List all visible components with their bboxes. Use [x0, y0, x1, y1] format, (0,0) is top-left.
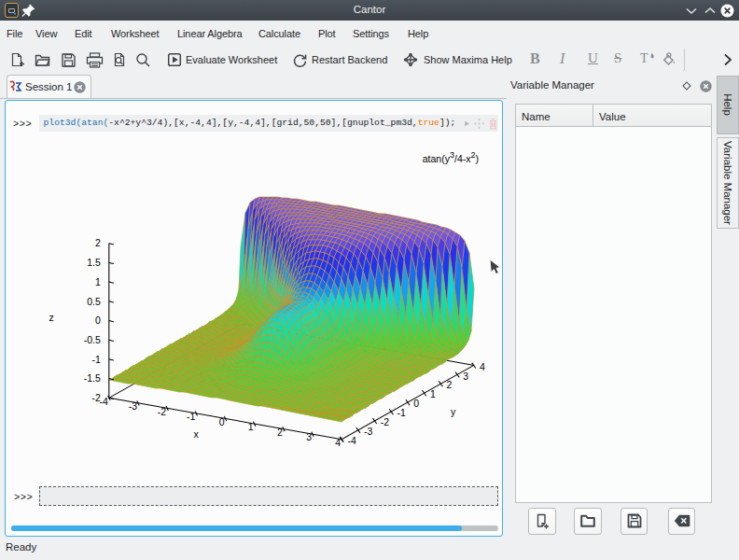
svg-text:-4: -4 — [347, 435, 356, 446]
svg-text:-2: -2 — [91, 392, 100, 403]
svg-text:x: x — [193, 428, 199, 440]
svg-text:3: 3 — [306, 431, 312, 442]
svg-text:-2: -2 — [381, 416, 389, 427]
svg-text:0: 0 — [219, 416, 225, 427]
svg-text:z: z — [49, 312, 53, 323]
svg-text:-3: -3 — [129, 400, 137, 412]
svg-text:atan(y3/4-x2): atan(y3/4-x2) — [423, 150, 479, 164]
svg-text:4: 4 — [335, 437, 341, 448]
svg-text:2: 2 — [277, 427, 283, 438]
svg-text:1: 1 — [248, 421, 254, 432]
svg-text:1: 1 — [430, 388, 436, 399]
svg-text:0.5: 0.5 — [87, 296, 101, 307]
svg-text:-4: -4 — [99, 396, 107, 407]
svg-text:0: 0 — [95, 315, 101, 326]
svg-text:3: 3 — [463, 371, 468, 382]
svg-text:1.5: 1.5 — [87, 257, 101, 268]
svg-text:-3: -3 — [364, 426, 372, 437]
svg-text:-0.5: -0.5 — [84, 334, 101, 345]
svg-text:2: 2 — [447, 379, 453, 390]
svg-text:-1.5: -1.5 — [84, 372, 101, 384]
svg-text:2: 2 — [95, 237, 101, 248]
svg-text:-1: -1 — [397, 407, 406, 418]
svg-text:y: y — [451, 406, 456, 417]
svg-text:-2: -2 — [158, 406, 166, 417]
svg-text:1: 1 — [95, 276, 101, 287]
svg-text:4: 4 — [480, 361, 485, 372]
svg-text:-1: -1 — [91, 354, 100, 365]
svg-text:-1: -1 — [187, 411, 195, 422]
svg-text:0: 0 — [413, 398, 419, 409]
